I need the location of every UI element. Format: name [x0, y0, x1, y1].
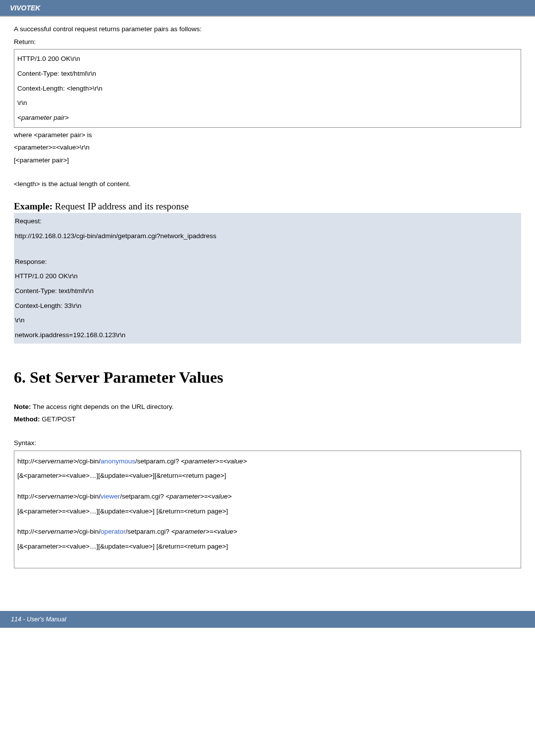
servername: <servername> — [34, 457, 77, 465]
url-mid: /cgi-bin/ — [77, 528, 101, 535]
syntax-anon-1: http://<servername>/cgi-bin/anonymous/se… — [17, 454, 518, 469]
method-label: Method: — [14, 415, 40, 423]
spacer — [17, 483, 518, 489]
where-l3: [<parameter pair>] — [14, 154, 521, 167]
param-value: <parameter>=<value> — [181, 457, 247, 465]
example-bold: Example: — [14, 201, 53, 211]
role-operator: operator — [101, 528, 125, 535]
role-viewer: viewer — [101, 493, 120, 500]
spacer — [17, 518, 518, 524]
where-l2: <parameter>=<value>\r\n — [14, 141, 521, 154]
url-post: /setparam.cgi? — [120, 493, 165, 500]
syntax-operator-1: http://<servername>/cgi-bin/operator/set… — [17, 524, 518, 539]
where-l4: <length> is the actual length of content… — [14, 178, 521, 191]
response-label: Response: — [15, 254, 520, 269]
resp-l5: network.ipaddress=192.168.0.123\r\n — [15, 328, 520, 343]
spacer — [14, 426, 521, 437]
syntax-anon-2: [&<parameter>=<value>…][&update=<value>]… — [17, 468, 518, 483]
example-block: Request: http://192.168.0.123/cgi-bin/ad… — [14, 213, 521, 344]
intro-line: A successful control request returns par… — [14, 23, 521, 36]
syntax-viewer-1: http://<servername>/cgi-bin/viewer/setpa… — [17, 489, 518, 504]
syntax-viewer-2: [&<parameter>=<value>…][&update=<value>]… — [17, 504, 518, 519]
note-text: The access right depends on the URL dire… — [31, 403, 174, 410]
servername: <servername> — [34, 528, 77, 535]
return-l5: <parameter pair> — [17, 110, 518, 125]
return-l2: Content-Type: text/html\r\n — [17, 66, 518, 81]
url-mid: /cgi-bin/ — [77, 493, 101, 500]
page-header: VIVOTEK — [0, 0, 535, 17]
resp-l4: \r\n — [15, 313, 520, 328]
syntax-operator-2: [&<parameter>=<value>…][&update=<value>]… — [17, 539, 518, 554]
return-l3: Context-Length: <length>\r\n — [17, 81, 518, 96]
resp-l3: Context-Length: 33\r\n — [15, 299, 520, 313]
spacer — [14, 167, 521, 178]
method-line: Method: GET/POST — [14, 413, 521, 426]
param-value: <parameter>=<value> — [165, 493, 231, 500]
where-l1: where <parameter pair> is — [14, 129, 521, 142]
url-mid: /cgi-bin/ — [77, 457, 101, 465]
url-post: /setparam.cgi? — [125, 528, 171, 535]
resp-l1: HTTP/1.0 200 OK\r\n — [15, 269, 520, 284]
example-heading: Example: Request IP address and its resp… — [14, 201, 521, 212]
syntax-label: Syntax: — [14, 437, 521, 450]
section-6-title: 6. Set Server Parameter Values — [14, 368, 521, 387]
request-url: http://192.168.0.123/cgi-bin/admin/getpa… — [15, 229, 520, 244]
url-prefix: http:// — [17, 528, 34, 535]
spacer — [15, 244, 520, 254]
syntax-box: http://<servername>/cgi-bin/anonymous/se… — [14, 451, 521, 568]
return-box: HTTP/1.0 200 OK\r\n Content-Type: text/h… — [14, 49, 521, 127]
param-value: <parameter>=<value> — [171, 528, 237, 535]
url-post: /setparam.cgi? — [135, 457, 181, 465]
method-text: GET/POST — [40, 415, 75, 423]
note-label: Note: — [14, 403, 31, 410]
return-l4: \r\n — [17, 96, 518, 110]
url-prefix: http:// — [17, 493, 34, 500]
role-anonymous: anonymous — [101, 457, 135, 465]
url-prefix: http:// — [17, 457, 34, 465]
example-rest: Request IP address and its response — [53, 201, 189, 211]
note-line: Note: The access right depends on the UR… — [14, 401, 521, 413]
page-content: A successful control request returns par… — [0, 17, 535, 589]
brand-label: VIVOTEK — [10, 4, 40, 12]
footer-text: 114 - User's Manual — [11, 616, 66, 623]
request-label: Request: — [15, 214, 520, 229]
return-l1: HTTP/1.0 200 OK\r\n — [17, 51, 518, 66]
servername: <servername> — [34, 493, 77, 500]
return-label: Return: — [14, 36, 521, 49]
resp-l2: Content-Type: text/html\r\n — [15, 284, 520, 299]
page-footer: 114 - User's Manual — [0, 611, 535, 628]
